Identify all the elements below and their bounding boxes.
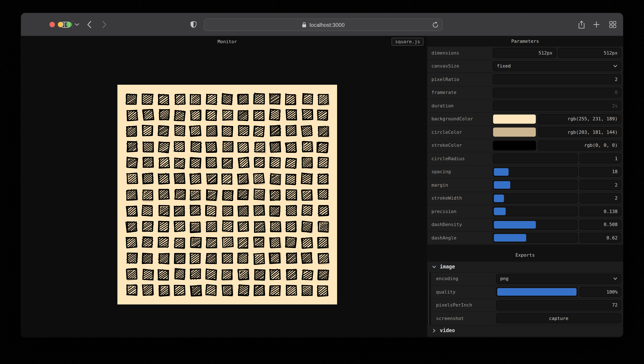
param-row-framerate: framerate0 xyxy=(427,86,623,100)
toolbar-separator xyxy=(72,20,72,29)
encoding-select[interactable]: png xyxy=(496,274,621,284)
canvasSize-select-chevron xyxy=(614,64,617,68)
param-controls-duration: 2s xyxy=(493,101,621,111)
param-label-dimensions: dimensions xyxy=(427,50,493,56)
page-content: Monitor square.js Parametersdimensions51… xyxy=(21,36,623,337)
sketch-canvas xyxy=(118,85,337,304)
precision-value[interactable]: 0.138 xyxy=(580,206,621,216)
param-row-pixelsPerInch: pixelsPerInch72 xyxy=(431,299,623,312)
param-label-framerate: framerate xyxy=(427,90,493,96)
canvasSize-select[interactable]: fixed xyxy=(493,61,621,71)
quality-value[interactable]: 100% xyxy=(580,287,621,297)
circleColor-value-input[interactable]: rgb(203, 181, 144) xyxy=(538,127,621,137)
param-row-margin: margin2 xyxy=(427,179,623,192)
forward-button[interactable] xyxy=(102,13,106,36)
close-window-button[interactable] xyxy=(50,22,55,27)
browser-titlebar: localhost:3000 xyxy=(21,13,623,36)
param-controls-pixelRatio: 2 xyxy=(493,74,621,84)
param-controls-strokeColor: rgb(0, 0, 0) xyxy=(493,140,621,150)
param-row-canvasSize: canvasSizefixed xyxy=(427,60,623,73)
dashDensity-value[interactable]: 0.508 xyxy=(580,220,621,230)
precision-slider-fill xyxy=(494,208,506,215)
param-label-circleColor: circleColor xyxy=(427,130,493,135)
spacing-value[interactable]: 18 xyxy=(580,167,621,177)
spacing-slider-fill xyxy=(494,168,509,176)
sketch-filename-badge[interactable]: square.js xyxy=(392,38,424,46)
encoding-select-chevron xyxy=(614,277,617,281)
backgroundColor-value-input[interactable]: rgb(255, 231, 189) xyxy=(538,114,621,124)
video-group-chevron xyxy=(432,328,436,332)
dimensions-input-2[interactable]: 512px xyxy=(558,48,621,58)
privacy-report-button[interactable] xyxy=(190,13,197,36)
share-icon xyxy=(578,20,585,29)
dimensions-input-1[interactable]: 512px xyxy=(493,48,556,58)
sidebar-menu-button[interactable] xyxy=(75,13,79,36)
pixelsPerInch-input[interactable]: 72 xyxy=(496,300,621,310)
dashDensity-slider[interactable] xyxy=(493,220,578,230)
strokeWidth-slider[interactable] xyxy=(493,193,578,204)
parameters-header: Parameters xyxy=(427,36,623,46)
param-row-encoding: encodingpng xyxy=(431,272,623,286)
backgroundColor-swatch[interactable] xyxy=(493,114,536,124)
margin-value[interactable]: 2 xyxy=(580,180,621,190)
framerate-input[interactable]: 0 xyxy=(493,88,621,98)
reload-icon xyxy=(432,22,438,28)
panel-gap xyxy=(427,245,623,250)
param-controls-precision: 0.138 xyxy=(493,206,621,216)
browser-window: localhost:3000 xyxy=(21,13,623,337)
panel-filler xyxy=(427,336,623,337)
tab-overview-button[interactable] xyxy=(609,13,616,36)
spacing-slider[interactable] xyxy=(493,167,578,177)
param-controls-quality: 100% xyxy=(496,287,621,297)
param-label-pixelRatio: pixelRatio xyxy=(427,77,493,82)
param-row-screenshot: screenshotcapture xyxy=(431,312,623,325)
param-controls-backgroundColor: rgb(255, 231, 189) xyxy=(493,114,621,124)
export-group-image[interactable]: image xyxy=(427,262,623,272)
export-group-label-video: video xyxy=(440,328,455,334)
exports-header: Exports xyxy=(427,250,623,260)
reload-button[interactable] xyxy=(432,22,438,28)
param-label-dashDensity: dashDensity xyxy=(427,222,493,228)
sidebar-toggle-button[interactable] xyxy=(62,13,70,36)
strokeWidth-value[interactable]: 2 xyxy=(580,193,621,204)
duration-input[interactable]: 2s xyxy=(493,101,621,111)
circleColor-swatch[interactable] xyxy=(493,127,536,137)
param-row-circleRadius: circleRadius1 xyxy=(427,152,623,166)
share-button[interactable] xyxy=(578,13,585,36)
sidebar-icon xyxy=(62,21,70,28)
url-text: localhost:3000 xyxy=(310,22,345,28)
param-label-duration: duration xyxy=(427,103,493,108)
param-controls-framerate: 0 xyxy=(493,88,621,98)
controls-panel: Parametersdimensions512px512pxcanvasSize… xyxy=(427,36,623,337)
strokeColor-value-input[interactable]: rgb(0, 0, 0) xyxy=(538,140,621,150)
param-row-dimensions: dimensions512px512px xyxy=(427,46,623,60)
quality-slider[interactable] xyxy=(496,287,578,297)
export-group-video[interactable]: video xyxy=(427,325,623,336)
screenshot-button[interactable]: capture xyxy=(496,314,621,324)
strokeColor-swatch[interactable] xyxy=(493,140,536,150)
pixelRatio-input[interactable]: 2 xyxy=(493,74,621,84)
margin-slider-fill xyxy=(494,181,510,189)
param-row-circleColor: circleColorrgb(203, 181, 144) xyxy=(427,126,623,139)
chevron-down-icon xyxy=(432,265,436,268)
param-row-duration: duration2s xyxy=(427,100,623,112)
margin-slider[interactable] xyxy=(493,180,578,190)
precision-slider[interactable] xyxy=(493,206,578,216)
monitor-title: Monitor xyxy=(218,39,237,44)
param-label-encoding: encoding xyxy=(431,276,496,282)
chevron-down-icon xyxy=(75,23,79,26)
back-button[interactable] xyxy=(87,13,92,36)
address-bar[interactable]: localhost:3000 xyxy=(204,18,443,31)
tab-grid-icon xyxy=(609,21,616,28)
circleRadius-value[interactable]: 1 xyxy=(580,154,621,164)
param-label-screenshot: screenshot xyxy=(431,316,496,321)
image-group-chevron xyxy=(432,265,436,268)
circleRadius-slider[interactable] xyxy=(493,154,578,164)
quality-slider-fill xyxy=(497,288,576,296)
dashDensity-slider-fill xyxy=(494,221,536,228)
param-row-dashAngle: dashAngle0.62 xyxy=(427,232,623,245)
dashAngle-value[interactable]: 0.62 xyxy=(580,233,621,243)
param-label-strokeWidth: strokeWidth xyxy=(427,196,493,201)
new-tab-button[interactable] xyxy=(593,13,600,36)
dashAngle-slider[interactable] xyxy=(493,233,578,243)
